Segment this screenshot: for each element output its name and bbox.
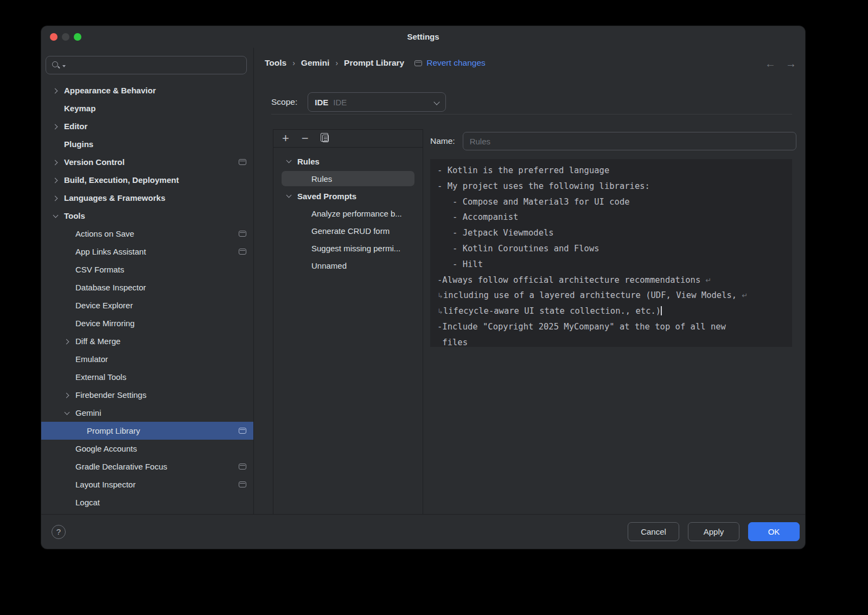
cancel-button[interactable]: Cancel (628, 522, 679, 541)
editor-line: - My project uses the following librarie… (437, 179, 785, 194)
scope-value: IDE (315, 98, 328, 107)
chevron-down-icon[interactable] (286, 159, 291, 163)
scope-value-secondary: IDE (333, 98, 347, 107)
sidebar-item-device-explorer[interactable]: Device Explorer (41, 296, 253, 314)
chevron-right-icon[interactable] (53, 88, 58, 93)
sidebar-item-languages-frameworks[interactable]: Languages & Frameworks (41, 189, 253, 207)
sidebar-item-database-inspector[interactable]: Database Inspector (41, 278, 253, 296)
sidebar-item-layout-inspector[interactable]: Layout Inspector (41, 475, 253, 493)
help-button[interactable]: ? (52, 525, 66, 539)
prompt-item-suggest-missing-permissions[interactable]: Suggest missing permi... (273, 239, 423, 257)
add-prompt-button[interactable]: + (282, 133, 289, 144)
ide-scope-icon (239, 249, 246, 255)
chevron-down-icon[interactable] (53, 214, 58, 218)
sidebar-item-editor[interactable]: Editor (41, 117, 253, 135)
chevron-right-icon[interactable] (53, 160, 58, 164)
sidebar-item-appearance-behavior[interactable]: Appearance & Behavior (41, 81, 253, 99)
breadcrumb-separator: › (335, 59, 338, 67)
ide-scope-icon (239, 428, 246, 434)
sidebar-item-plugins[interactable]: Plugins (41, 135, 253, 153)
soft-wrap-start-icon: ↳ (437, 307, 443, 315)
forward-arrow-icon[interactable]: → (786, 58, 796, 70)
sidebar-item-csv-formats[interactable]: CSV Formats (41, 261, 253, 278)
name-row: Name: (430, 132, 796, 150)
sidebar-item-keymap[interactable]: Keymap (41, 99, 253, 117)
sidebar-item-version-control[interactable]: Version Control (41, 153, 253, 171)
prompt-list-panel: + − Rules Rules Saved Prompts Analyze pe… (273, 129, 423, 515)
dropdown-chevron-icon (434, 100, 439, 105)
sidebar-item-device-mirroring[interactable]: Device Mirroring (41, 314, 253, 332)
revert-changes-link[interactable]: Revert changes (414, 58, 486, 68)
sidebar-item-gemini[interactable]: Gemini (41, 404, 253, 422)
back-arrow-icon[interactable]: ← (765, 58, 776, 70)
scope-label: Scope: (271, 97, 297, 107)
remove-prompt-button[interactable]: − (302, 133, 309, 144)
prompt-item-rules[interactable]: Rules (273, 170, 423, 187)
settings-search-input[interactable] (46, 56, 247, 74)
breadcrumb: Tools › Gemini › Prompt Library Revert c… (265, 58, 486, 68)
search-icon (52, 60, 61, 70)
sidebar-item-emulator[interactable]: Emulator (41, 350, 253, 368)
editor-line: ↳including use of a layered architecture… (437, 288, 785, 303)
section-separator (271, 114, 792, 115)
window-title: Settings (41, 26, 805, 48)
editor-line: - Accompanist (437, 210, 785, 225)
chevron-right-icon[interactable] (65, 339, 69, 344)
apply-button[interactable]: Apply (688, 522, 739, 541)
text-caret (661, 306, 662, 315)
sidebar-item-external-tools[interactable]: External Tools (41, 368, 253, 386)
settings-window: Settings Appearance & Behavior Keymap Ed… (41, 26, 805, 549)
sidebar-item-google-accounts[interactable]: Google Accounts (41, 440, 253, 458)
sidebar-item-logcat[interactable]: Logcat (41, 493, 253, 511)
prompt-text-editor[interactable]: - Kotlin is the preferred language - My … (430, 159, 792, 347)
sidebar-item-actions-on-save[interactable]: Actions on Save (41, 225, 253, 243)
revert-scope-icon (414, 60, 422, 66)
breadcrumb-separator: › (292, 59, 295, 67)
sidebar-item-tools[interactable]: Tools (41, 207, 253, 225)
chevron-right-icon[interactable] (65, 393, 69, 397)
editor-line: ↳lifecycle-aware UI state collection., e… (437, 303, 785, 319)
sidebar-item-firebender-settings[interactable]: Firebender Settings (41, 386, 253, 404)
chevron-right-icon[interactable] (53, 196, 58, 200)
prompt-name-input[interactable] (463, 132, 796, 150)
breadcrumb-gemini[interactable]: Gemini (301, 58, 330, 68)
name-label: Name: (430, 136, 455, 146)
breadcrumb-tools[interactable]: Tools (265, 58, 286, 68)
ok-button[interactable]: OK (748, 522, 800, 541)
chevron-right-icon[interactable] (53, 178, 58, 182)
copy-prompt-button[interactable] (322, 135, 329, 142)
editor-line: - Kotlin Coroutines and Flows (437, 241, 785, 257)
prompt-group-saved-prompts[interactable]: Saved Prompts (273, 187, 423, 205)
search-options-caret-icon[interactable] (62, 65, 66, 67)
editor-line: - Kotlin is the preferred language (437, 163, 785, 179)
sidebar-item-app-links-assistant[interactable]: App Links Assistant (41, 243, 253, 261)
titlebar: Settings (41, 26, 805, 48)
soft-wrap-end-icon: ↵ (706, 276, 712, 284)
breadcrumb-prompt-library: Prompt Library (344, 58, 404, 68)
editor-line: -Always follow official architecture rec… (437, 272, 785, 288)
ide-scope-icon (239, 231, 246, 237)
sidebar-item-diff-merge[interactable]: Diff & Merge (41, 332, 253, 350)
editor-line: - Hilt (437, 257, 785, 272)
editor-line: - Jetpack Viewmodels (437, 225, 785, 241)
chevron-right-icon[interactable] (53, 124, 58, 129)
sidebar-item-gradle-declarative-focus[interactable]: Gradle Declarative Focus (41, 458, 253, 475)
ide-scope-icon (239, 464, 246, 470)
chevron-down-icon[interactable] (65, 411, 69, 415)
sidebar-item-prompt-library[interactable]: Prompt Library (41, 422, 253, 440)
main-content: Tools › Gemini › Prompt Library Revert c… (254, 48, 805, 514)
soft-wrap-end-icon: ↵ (742, 291, 748, 300)
settings-sidebar: Appearance & Behavior Keymap Editor Plug… (41, 48, 253, 514)
prompt-group-rules[interactable]: Rules (273, 153, 423, 170)
chevron-down-icon[interactable] (286, 194, 291, 198)
scope-row: Scope: IDE IDE (271, 92, 446, 112)
ide-scope-icon (239, 481, 246, 487)
scope-dropdown[interactable]: IDE IDE (308, 92, 446, 112)
prompt-item-unnamed[interactable]: Unnamed (273, 257, 423, 274)
prompt-item-analyze-performance[interactable]: Analyze performance b... (273, 205, 423, 222)
prompt-item-generate-crud-form[interactable]: Generate CRUD form (273, 222, 423, 239)
prompt-list-toolbar: + − (273, 130, 423, 148)
editor-line: files (437, 335, 785, 347)
editor-line: - Compose and Material3 for UI code (437, 194, 785, 210)
sidebar-item-build-execution-deployment[interactable]: Build, Execution, Deployment (41, 171, 253, 189)
